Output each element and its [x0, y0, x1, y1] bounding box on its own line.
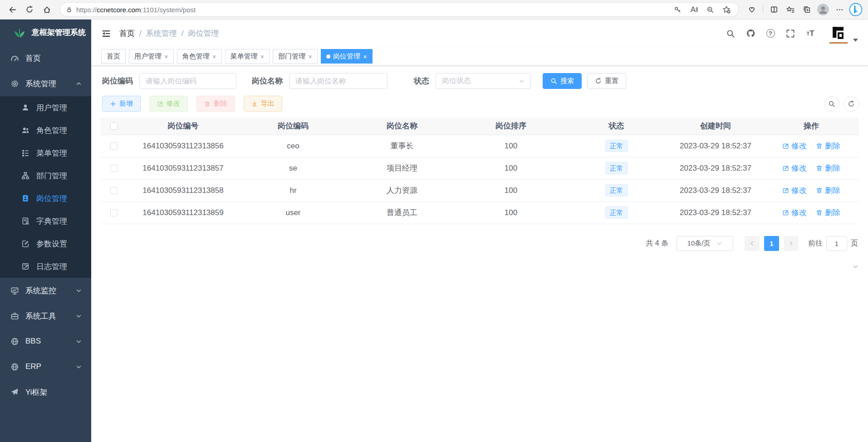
search-button[interactable]: 搜索 [543, 73, 582, 89]
delete-link-label: 删除 [825, 207, 840, 218]
row-delete-link[interactable]: 删除 [816, 163, 840, 173]
sidebar-fold-icon[interactable] [101, 29, 111, 39]
modify-link-label: 修改 [791, 163, 807, 173]
row-checkbox[interactable] [110, 142, 118, 150]
post-code-input[interactable] [139, 73, 236, 89]
sidebar-item-system[interactable]: 系统管理 [0, 71, 91, 96]
row-modify-link[interactable]: 修改 [782, 163, 807, 173]
sidebar-item-parameters[interactable]: 参数设置 [0, 232, 91, 255]
browser-toolbar: https://ccnetcore.com:1101/system/post [0, 0, 868, 20]
delete-button[interactable]: 删除 [196, 96, 235, 112]
show-search-toggle-button[interactable] [824, 96, 839, 112]
sidebar-item-posts[interactable]: 岗位管理 [0, 187, 91, 210]
sidebar-item-erp[interactable]: ERP [0, 354, 91, 379]
favorites-bar-icon[interactable] [783, 2, 798, 17]
status-badge: 正常 [605, 162, 628, 174]
refresh-table-button[interactable] [843, 96, 859, 112]
row-modify-link[interactable]: 修改 [782, 207, 807, 218]
tag-roles[interactable]: 角色管理× [177, 49, 222, 64]
select-all-checkbox[interactable] [110, 123, 118, 130]
prev-page-button[interactable] [745, 236, 760, 251]
sidebar-item-bbs[interactable]: BBS [0, 329, 91, 354]
close-icon[interactable]: × [260, 53, 265, 60]
user-menu[interactable] [829, 24, 858, 44]
trash-icon [816, 209, 823, 216]
sidebar-item-logs[interactable]: 日志管理 [0, 255, 91, 278]
sidebar-item-roles[interactable]: 角色管理 [0, 119, 91, 142]
status-badge: 正常 [605, 206, 628, 219]
add-button[interactable]: 新增 [102, 96, 141, 112]
browser-settings-menu-icon[interactable] [832, 2, 847, 17]
page-content: 岗位编码 岗位名称 状态 岗位状态 搜索 重 [91, 66, 868, 442]
top-navbar: 首页 / 系统管理 / 岗位管理 ? TT [91, 20, 868, 47]
chevron-down-icon [716, 241, 722, 246]
github-icon[interactable] [742, 25, 759, 42]
address-bar[interactable]: https://ccnetcore.com:1101/system/post [60, 2, 739, 17]
bing-chat-icon[interactable] [848, 2, 863, 17]
fullscreen-icon[interactable] [782, 25, 799, 42]
row-delete-link[interactable]: 删除 [816, 207, 840, 218]
page-number-1[interactable]: 1 [764, 236, 779, 251]
close-icon[interactable]: × [363, 53, 367, 60]
favorite-star-icon[interactable] [720, 3, 733, 16]
reset-button[interactable]: 重置 [587, 73, 626, 89]
tag-users[interactable]: 用户管理× [129, 49, 174, 64]
sidebar-item-label: 菜单管理 [36, 148, 67, 158]
zoom-out-icon[interactable] [704, 3, 716, 16]
row-modify-link[interactable]: 修改 [782, 185, 807, 196]
header-search-icon[interactable] [722, 25, 739, 42]
edit-icon [782, 142, 789, 149]
cell-created: 2023-03-29 18:52:37 [667, 201, 764, 224]
close-icon[interactable]: × [308, 53, 312, 60]
browser-right-controls [744, 2, 863, 17]
page-size-select[interactable]: 10条/页 [677, 236, 733, 251]
table-row: 1641030593112313858 hr 人力资源 100 正常 2023-… [100, 179, 859, 201]
browser-home-button[interactable] [39, 2, 54, 17]
col-post-code: 岗位编码 [239, 118, 348, 135]
password-key-icon[interactable] [671, 3, 684, 16]
browser-refresh-button[interactable] [22, 2, 37, 17]
cell-post-code: se [239, 157, 348, 179]
help-icon[interactable]: ? [762, 25, 779, 42]
browser-back-button[interactable] [5, 2, 20, 17]
close-icon[interactable]: × [164, 53, 168, 60]
export-button[interactable]: 导出 [244, 96, 282, 112]
row-delete-link[interactable]: 删除 [816, 141, 840, 151]
split-screen-icon[interactable] [766, 2, 782, 17]
close-icon[interactable]: × [212, 53, 216, 60]
row-checkbox[interactable] [110, 187, 118, 194]
tag-posts-active[interactable]: 岗位管理× [321, 49, 373, 64]
tag-home[interactable]: 首页 [101, 49, 126, 64]
breadcrumb-home[interactable]: 首页 [119, 28, 135, 39]
modify-button[interactable]: 修改 [149, 96, 188, 112]
sidebar-item-yi-framework[interactable]: Yi框架 [0, 379, 91, 405]
row-delete-link[interactable]: 删除 [816, 185, 840, 196]
collections-icon[interactable] [799, 2, 814, 17]
tag-departments[interactable]: 部门管理× [273, 49, 318, 64]
font-size-icon[interactable]: TT [802, 25, 819, 42]
tag-menus[interactable]: 菜单管理× [225, 49, 270, 64]
status-select[interactable]: 岗位状态 [436, 73, 531, 89]
chevron-down-icon [519, 78, 525, 84]
row-checkbox[interactable] [110, 209, 118, 216]
sidebar-item-menus[interactable]: 菜单管理 [0, 142, 91, 164]
profile-avatar[interactable] [815, 2, 831, 17]
sidebar-item-tools[interactable]: 系统工具 [0, 303, 91, 329]
browser-essentials-icon[interactable] [744, 2, 760, 17]
goto-page-input[interactable] [826, 236, 847, 251]
cell-post-id: 1641030593112313859 [128, 201, 239, 224]
row-checkbox[interactable] [110, 165, 118, 172]
sidebar-item-departments[interactable]: 部门管理 [0, 164, 91, 187]
trash-icon [816, 187, 823, 194]
sidebar-item-users[interactable]: 用户管理 [0, 96, 91, 119]
sidebar-item-monitor[interactable]: 系统监控 [0, 278, 91, 303]
sidebar-item-dictionary[interactable]: 字典管理 [0, 210, 91, 232]
post-name-input[interactable] [289, 73, 387, 89]
read-aloud-icon[interactable] [687, 3, 700, 16]
row-modify-link[interactable]: 修改 [782, 141, 807, 151]
tag-label: 用户管理 [134, 52, 162, 61]
chevron-down-icon [74, 339, 83, 344]
cell-post-id: 1641030593112313857 [128, 157, 239, 179]
next-page-button[interactable] [784, 236, 799, 251]
sidebar-item-home[interactable]: 首页 [0, 45, 91, 71]
